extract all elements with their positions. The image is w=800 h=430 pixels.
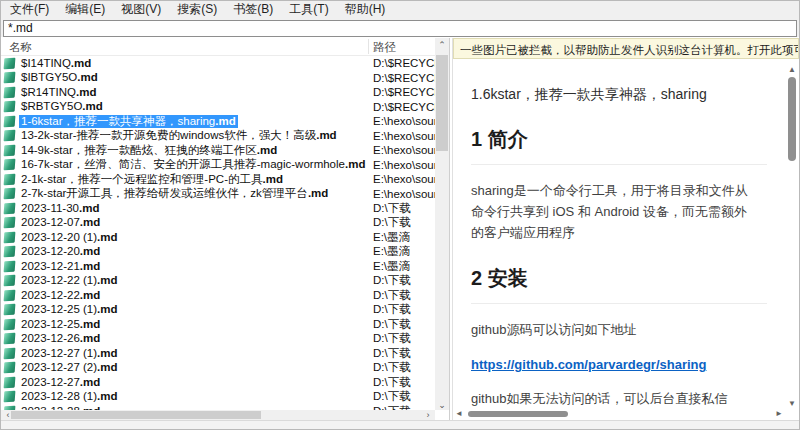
table-row[interactable]: 2023-12-27 (1).mdD:\下载: [1, 346, 435, 361]
table-row[interactable]: 2023-12-26.mdD:\下载: [1, 332, 435, 347]
markdown-file-icon: [4, 115, 16, 127]
table-row[interactable]: 2023-12-25.mdD:\下载: [1, 317, 435, 332]
preview-pane: 一些图片已被拦截，以帮助防止发件人识别这台计算机。打开此项可以查看图片。 1.6…: [452, 38, 799, 420]
file-name-cell: 2023-12-25 (1).md: [1, 303, 370, 316]
table-row[interactable]: 2023-12-27.mdD:\下载: [1, 375, 435, 390]
menu-item-bookmark[interactable]: 书签(B): [225, 1, 281, 17]
preview-scroll-up-icon[interactable]: [785, 65, 799, 74]
menu-item-search[interactable]: 搜索(S): [169, 1, 225, 17]
table-row[interactable]: 2-7k-star开源工具，推荐给研发或运维伙伴，zk管理平台.mdE:\hex…: [1, 187, 435, 202]
file-path: D:\下载: [370, 317, 411, 332]
table-row[interactable]: $IBTGY5O.mdD:\$RECYCLE.B: [1, 71, 435, 86]
table-row[interactable]: 2023-11-30.mdD:\下载: [1, 201, 435, 216]
table-row[interactable]: $R14TINQ.mdD:\$RECYCLE.B: [1, 85, 435, 100]
file-name-cell: 2023-12-07.md: [1, 216, 370, 229]
menu-item-edit[interactable]: 编辑(E): [57, 1, 113, 17]
file-name-cell: 2023-12-27 (2).md: [1, 361, 370, 374]
file-name-cell: 14-9k-star，推荐一款酷炫、狂拽的终端工作区.md: [1, 144, 370, 157]
file-path: D:\下载: [370, 375, 411, 390]
markdown-file-icon: [4, 260, 16, 272]
menu-item-tools[interactable]: 工具(T): [281, 1, 336, 17]
file-path: D:\下载: [370, 331, 411, 346]
table-row[interactable]: 2023-12-20 (1).mdE:\墨滴: [1, 230, 435, 245]
markdown-file-icon: [4, 289, 16, 301]
file-name-cell: 1-6kstar，推荐一款共享神器，sharing.md: [1, 115, 370, 128]
markdown-file-icon: [4, 72, 16, 84]
column-headers: 名称 路径: [1, 38, 435, 56]
file-name: 2023-12-20 (1).md: [19, 231, 120, 244]
preview-scroll-left-icon[interactable]: [455, 409, 463, 419]
menu-item-help[interactable]: 帮助(H): [337, 1, 394, 17]
file-path: D:\下载: [370, 201, 411, 216]
github-link[interactable]: https://github.com/parvardegr/sharing: [471, 357, 706, 372]
preview-vertical-scrollbar[interactable]: [785, 59, 799, 408]
file-name-cell: $I14TINQ.md: [1, 57, 370, 70]
search-bar: [1, 17, 799, 37]
table-row[interactable]: 2023-12-20.mdE:\墨滴: [1, 245, 435, 260]
table-row[interactable]: 2023-12-27 (2).mdD:\下载: [1, 361, 435, 376]
file-path: E:\hexo\source: [370, 159, 435, 171]
preview-vertical-thumb[interactable]: [788, 77, 796, 161]
table-row[interactable]: 2023-12-22 (1).mdD:\下载: [1, 274, 435, 289]
file-name: 2023-12-21.md: [19, 260, 102, 273]
file-path: E:\hexo\source: [370, 188, 435, 200]
table-row[interactable]: $I14TINQ.mdD:\$RECYCLE.B: [1, 56, 435, 71]
table-row[interactable]: 2023-12-22.mdD:\下载: [1, 288, 435, 303]
table-row[interactable]: 13-2k-star-推荐一款开源免费的windows软件，强大！高级.mdE:…: [1, 129, 435, 144]
file-name: $RBTGY5O.md: [19, 100, 105, 113]
preview-scroll-down-icon[interactable]: [785, 399, 799, 408]
markdown-file-icon: [4, 217, 16, 229]
horizontal-scroll-thumb[interactable]: [11, 411, 261, 419]
markdown-file-icon: [4, 333, 16, 345]
file-path: D:\$RECYCLE.B: [370, 72, 435, 84]
file-name: 14-9k-star，推荐一款酷炫、狂拽的终端工作区.md: [19, 144, 279, 157]
markdown-file-icon: [4, 101, 16, 113]
table-row[interactable]: 2023-12-07.mdD:\下载: [1, 216, 435, 231]
list-vertical-scrollbar[interactable]: [435, 38, 449, 410]
file-path: E:\hexo\source: [370, 173, 435, 185]
blocked-images-warning[interactable]: 一些图片已被拦截，以帮助防止发件人识别这台计算机。打开此项可以查看图片。: [453, 38, 799, 59]
install-heading: 2 安装: [471, 265, 767, 304]
table-row[interactable]: 2023-12-21.mdE:\墨滴: [1, 259, 435, 274]
file-name: 2023-11-30.md: [19, 202, 101, 215]
table-row[interactable]: 14-9k-star，推荐一款酷炫、狂拽的终端工作区.mdE:\hexo\sou…: [1, 143, 435, 158]
file-name: 2023-12-28 (1).md: [19, 390, 120, 403]
file-name-cell: 2023-12-28 (1).md: [1, 390, 370, 403]
file-name: $R14TINQ.md: [19, 86, 98, 99]
markdown-file-icon: [4, 362, 16, 374]
file-list-pane: 名称 路径 $I14TINQ.mdD:\$RECYCLE.B$IBTGY5O.m…: [1, 38, 450, 420]
scroll-right-icon[interactable]: [421, 410, 435, 420]
table-row[interactable]: 2023-12-28 (1).mdD:\下载: [1, 390, 435, 405]
table-row[interactable]: 2-1k-star，推荐一个远程监控和管理-PC-的工具.mdE:\hexo\s…: [1, 172, 435, 187]
table-row[interactable]: $RBTGY5O.mdD:\$RECYCLE.B: [1, 100, 435, 115]
file-name-cell: 2023-12-22 (1).md: [1, 274, 370, 287]
markdown-file-icon: [4, 347, 16, 359]
column-divider[interactable]: [368, 39, 369, 54]
file-name: 2023-12-27 (1).md: [19, 347, 120, 360]
file-name: 2-1k-star，推荐一个远程监控和管理-PC-的工具.md: [19, 173, 285, 186]
file-path: D:\下载: [370, 389, 411, 404]
vertical-scroll-thumb[interactable]: [436, 55, 448, 151]
scroll-up-icon[interactable]: [435, 40, 449, 50]
file-name-cell: 16-7k-star，丝滑、简洁、安全的开源工具推荐-magic-wormhol…: [1, 158, 370, 171]
preview-scroll-right-icon[interactable]: [775, 409, 783, 419]
menu-item-file[interactable]: 文件(F): [2, 1, 57, 17]
file-name: $I14TINQ.md: [19, 57, 93, 70]
file-name: 2023-12-07.md: [19, 216, 102, 229]
menu-item-view[interactable]: 视图(V): [113, 1, 169, 17]
column-header-path[interactable]: 路径: [373, 40, 396, 55]
table-row[interactable]: 16-7k-star，丝滑、简洁、安全的开源工具推荐-magic-wormhol…: [1, 158, 435, 173]
markdown-file-icon: [4, 159, 16, 171]
preview-horizontal-scrollbar[interactable]: [455, 409, 783, 419]
markdown-file-icon: [4, 57, 16, 69]
scroll-down-icon[interactable]: [435, 400, 449, 410]
file-name: 2023-12-27.md: [19, 376, 102, 389]
file-name-cell: 2023-12-22.md: [1, 289, 370, 302]
search-input[interactable]: [3, 20, 797, 37]
preview-horizontal-thumb[interactable]: [468, 411, 568, 417]
list-horizontal-scrollbar[interactable]: [1, 410, 435, 420]
table-row[interactable]: 1-6kstar，推荐一款共享神器，sharing.mdE:\hexo\sour…: [1, 114, 435, 129]
file-name-cell: $RBTGY5O.md: [1, 100, 370, 113]
column-header-name[interactable]: 名称: [9, 40, 32, 55]
table-row[interactable]: 2023-12-25 (1).mdD:\下载: [1, 303, 435, 318]
